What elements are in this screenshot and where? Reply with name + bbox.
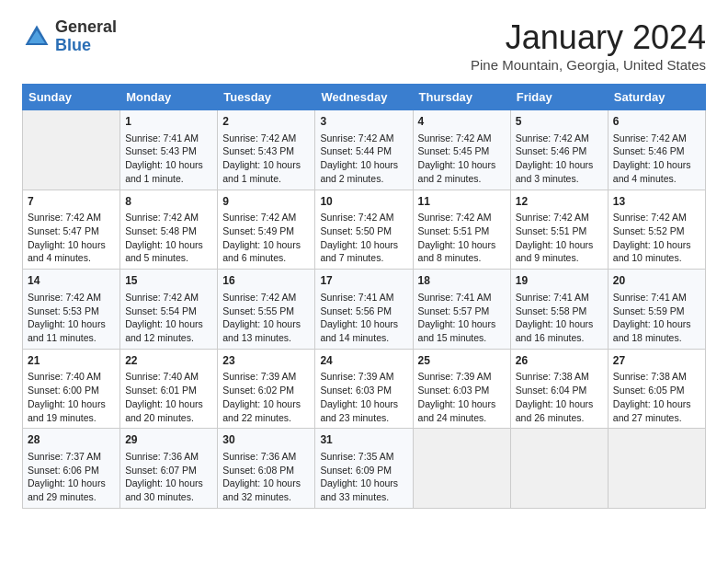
day-info: Sunrise: 7:39 AMSunset: 6:02 PMDaylight:… [222,370,310,424]
day-info: Sunrise: 7:41 AMSunset: 5:57 PMDaylight:… [418,291,506,345]
calendar-cell: 12Sunrise: 7:42 AMSunset: 5:51 PMDayligh… [510,190,608,270]
month-title: January 2024 [471,18,706,57]
weekday-header-sunday: Sunday [23,85,120,110]
logo-icon [22,22,51,52]
day-number: 15 [125,273,212,289]
calendar-cell: 6Sunrise: 7:42 AMSunset: 5:46 PMDaylight… [608,110,705,190]
day-info: Sunrise: 7:42 AMSunset: 5:46 PMDaylight:… [613,132,700,186]
day-number: 5 [516,114,603,130]
day-info: Sunrise: 7:37 AMSunset: 6:06 PMDaylight:… [28,450,115,504]
calendar-cell: 11Sunrise: 7:42 AMSunset: 5:51 PMDayligh… [413,190,510,270]
day-info: Sunrise: 7:42 AMSunset: 5:51 PMDaylight:… [516,211,603,265]
calendar-week-row: 1Sunrise: 7:41 AMSunset: 5:43 PMDaylight… [23,110,706,190]
day-info: Sunrise: 7:42 AMSunset: 5:54 PMDaylight:… [125,291,212,345]
calendar-cell: 8Sunrise: 7:42 AMSunset: 5:48 PMDaylight… [120,190,218,270]
day-info: Sunrise: 7:42 AMSunset: 5:50 PMDaylight:… [320,211,407,265]
day-number: 1 [125,114,212,130]
calendar-cell: 14Sunrise: 7:42 AMSunset: 5:53 PMDayligh… [23,270,120,350]
weekday-header-monday: Monday [120,85,218,110]
calendar-cell: 17Sunrise: 7:41 AMSunset: 5:56 PMDayligh… [315,270,413,350]
day-number: 20 [613,273,700,289]
day-info: Sunrise: 7:42 AMSunset: 5:52 PMDaylight:… [613,211,700,265]
day-number: 31 [320,432,407,448]
calendar-cell [510,429,608,509]
day-number: 23 [222,353,310,369]
day-number: 14 [28,273,115,289]
day-info: Sunrise: 7:42 AMSunset: 5:55 PMDaylight:… [222,291,310,345]
day-info: Sunrise: 7:42 AMSunset: 5:53 PMDaylight:… [28,291,115,345]
day-number: 19 [516,273,603,289]
calendar-cell: 24Sunrise: 7:39 AMSunset: 6:03 PMDayligh… [315,349,413,429]
calendar-cell: 27Sunrise: 7:38 AMSunset: 6:05 PMDayligh… [608,349,705,429]
day-number: 7 [28,194,115,210]
day-info: Sunrise: 7:42 AMSunset: 5:46 PMDaylight:… [516,132,603,186]
day-number: 29 [125,432,212,448]
day-number: 9 [222,194,310,210]
day-number: 3 [320,114,407,130]
weekday-header-friday: Friday [510,85,608,110]
day-number: 25 [418,353,506,369]
calendar-cell [608,429,705,509]
page-header: General Blue January 2024 Pine Mountain,… [22,18,706,73]
logo: General Blue [22,18,117,55]
day-number: 2 [222,114,310,130]
calendar-cell: 10Sunrise: 7:42 AMSunset: 5:50 PMDayligh… [315,190,413,270]
calendar-cell: 28Sunrise: 7:37 AMSunset: 6:06 PMDayligh… [23,429,120,509]
calendar-cell: 23Sunrise: 7:39 AMSunset: 6:02 PMDayligh… [218,349,315,429]
calendar-cell: 19Sunrise: 7:41 AMSunset: 5:58 PMDayligh… [510,270,608,350]
day-info: Sunrise: 7:40 AMSunset: 6:00 PMDaylight:… [28,370,115,424]
day-number: 30 [222,432,310,448]
day-info: Sunrise: 7:42 AMSunset: 5:44 PMDaylight:… [320,132,407,186]
logo-text: General Blue [55,18,117,55]
calendar-cell: 26Sunrise: 7:38 AMSunset: 6:04 PMDayligh… [510,349,608,429]
day-info: Sunrise: 7:41 AMSunset: 5:58 PMDaylight:… [516,291,603,345]
calendar-week-row: 14Sunrise: 7:42 AMSunset: 5:53 PMDayligh… [23,270,706,350]
day-info: Sunrise: 7:41 AMSunset: 5:56 PMDaylight:… [320,291,407,345]
calendar-cell: 22Sunrise: 7:40 AMSunset: 6:01 PMDayligh… [120,349,218,429]
day-number: 22 [125,353,212,369]
day-info: Sunrise: 7:39 AMSunset: 6:03 PMDaylight:… [320,370,407,424]
calendar-cell: 5Sunrise: 7:42 AMSunset: 5:46 PMDaylight… [510,110,608,190]
day-number: 27 [613,353,700,369]
calendar-cell: 18Sunrise: 7:41 AMSunset: 5:57 PMDayligh… [413,270,510,350]
calendar-week-row: 7Sunrise: 7:42 AMSunset: 5:47 PMDaylight… [23,190,706,270]
calendar-cell: 1Sunrise: 7:41 AMSunset: 5:43 PMDaylight… [120,110,218,190]
logo-general-text: General [55,18,117,37]
weekday-header-row: SundayMondayTuesdayWednesdayThursdayFrid… [23,85,706,110]
calendar-cell: 30Sunrise: 7:36 AMSunset: 6:08 PMDayligh… [218,429,315,509]
calendar-cell: 29Sunrise: 7:36 AMSunset: 6:07 PMDayligh… [120,429,218,509]
title-block: January 2024 Pine Mountain, Georgia, Uni… [471,18,706,73]
calendar-cell: 15Sunrise: 7:42 AMSunset: 5:54 PMDayligh… [120,270,218,350]
calendar-week-row: 28Sunrise: 7:37 AMSunset: 6:06 PMDayligh… [23,429,706,509]
weekday-header-thursday: Thursday [413,85,510,110]
calendar-cell: 13Sunrise: 7:42 AMSunset: 5:52 PMDayligh… [608,190,705,270]
calendar-cell: 20Sunrise: 7:41 AMSunset: 5:59 PMDayligh… [608,270,705,350]
weekday-header-tuesday: Tuesday [218,85,315,110]
calendar-cell: 9Sunrise: 7:42 AMSunset: 5:49 PMDaylight… [218,190,315,270]
day-number: 28 [28,432,115,448]
day-info: Sunrise: 7:38 AMSunset: 6:05 PMDaylight:… [613,370,700,424]
day-info: Sunrise: 7:38 AMSunset: 6:04 PMDaylight:… [516,370,603,424]
day-number: 26 [516,353,603,369]
day-info: Sunrise: 7:36 AMSunset: 6:08 PMDaylight:… [222,450,310,504]
day-info: Sunrise: 7:35 AMSunset: 6:09 PMDaylight:… [320,450,407,504]
logo-blue-text: Blue [55,37,117,55]
day-info: Sunrise: 7:42 AMSunset: 5:49 PMDaylight:… [222,211,310,265]
day-info: Sunrise: 7:41 AMSunset: 5:59 PMDaylight:… [613,291,700,345]
day-info: Sunrise: 7:41 AMSunset: 5:43 PMDaylight:… [125,132,212,186]
calendar-cell: 21Sunrise: 7:40 AMSunset: 6:00 PMDayligh… [23,349,120,429]
day-info: Sunrise: 7:42 AMSunset: 5:45 PMDaylight:… [418,132,506,186]
day-number: 10 [320,194,407,210]
calendar-cell: 16Sunrise: 7:42 AMSunset: 5:55 PMDayligh… [218,270,315,350]
day-number: 6 [613,114,700,130]
day-number: 21 [28,353,115,369]
day-number: 24 [320,353,407,369]
calendar-cell: 2Sunrise: 7:42 AMSunset: 5:43 PMDaylight… [218,110,315,190]
calendar-cell: 7Sunrise: 7:42 AMSunset: 5:47 PMDaylight… [23,190,120,270]
day-info: Sunrise: 7:40 AMSunset: 6:01 PMDaylight:… [125,370,212,424]
calendar-cell: 4Sunrise: 7:42 AMSunset: 5:45 PMDaylight… [413,110,510,190]
day-number: 4 [418,114,506,130]
day-info: Sunrise: 7:42 AMSunset: 5:48 PMDaylight:… [125,211,212,265]
day-number: 16 [222,273,310,289]
calendar-table: SundayMondayTuesdayWednesdayThursdayFrid… [22,84,706,509]
